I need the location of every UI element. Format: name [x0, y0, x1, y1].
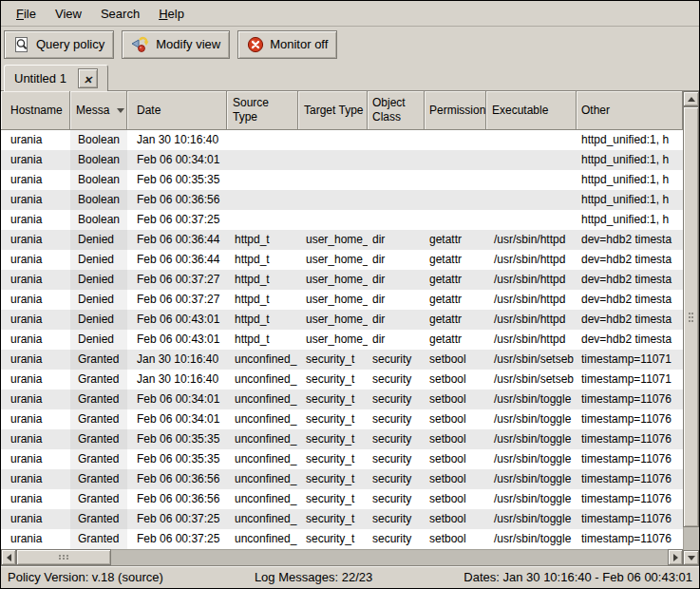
- cell-executable: /usr/sbin/httpd: [486, 330, 577, 350]
- log-row[interactable]: uraniaGrantedJan 30 10:16:40unconfined_s…: [1, 350, 683, 370]
- cell-executable: [486, 150, 577, 170]
- cell-permission: setbool: [425, 469, 486, 489]
- v-scrollbar: [683, 91, 699, 565]
- log-row[interactable]: uraniaGrantedFeb 06 00:34:01unconfined_s…: [1, 390, 683, 409]
- cell-permission: getattr: [425, 330, 486, 350]
- cell-hostname: urania: [1, 370, 70, 390]
- tab-untitled-1[interactable]: Untitled 1: [4, 65, 108, 91]
- cell-permission: [425, 210, 486, 230]
- cell-source_type: unconfined_: [227, 390, 298, 409]
- cell-date: Feb 06 00:37:27: [127, 270, 227, 290]
- cell-message: Granted: [70, 370, 127, 390]
- log-row[interactable]: uraniaBooleanFeb 06 00:37:25httpd_unifie…: [1, 210, 683, 230]
- column-header-label: Object Class: [372, 96, 421, 124]
- close-icon: [84, 70, 92, 87]
- log-row[interactable]: uraniaBooleanJan 30 10:16:40httpd_unifie…: [1, 130, 683, 150]
- cell-target_type: security_t: [298, 409, 368, 429]
- menubar: FileViewSearchHelp: [1, 1, 699, 27]
- cell-object_class: [368, 190, 425, 210]
- log-row[interactable]: uraniaGrantedFeb 06 00:36:56unconfined_s…: [1, 469, 683, 489]
- h-scroll-thumb[interactable]: [16, 549, 111, 565]
- cell-executable: /usr/sbin/httpd: [486, 230, 577, 250]
- cell-permission: setbool: [425, 429, 486, 449]
- column-header-object-class[interactable]: Object Class: [368, 91, 425, 130]
- log-row[interactable]: uraniaGrantedJan 30 10:16:40unconfined_s…: [1, 370, 683, 390]
- column-header-hostname[interactable]: Hostname: [1, 91, 70, 130]
- log-row[interactable]: uraniaDeniedFeb 06 00:37:27httpd_tuser_h…: [1, 270, 683, 290]
- cell-message: Denied: [70, 310, 127, 330]
- log-row[interactable]: uraniaDeniedFeb 06 00:36:44httpd_tuser_h…: [1, 250, 683, 270]
- column-header-executable[interactable]: Executable: [486, 91, 577, 130]
- query-policy-button[interactable]: Query policy: [4, 30, 114, 59]
- log-table: HostnameMessaDateSource TypeTarget TypeO…: [1, 90, 699, 565]
- cell-permission: getattr: [425, 250, 486, 270]
- cell-message: Granted: [70, 529, 127, 549]
- cell-other: dev=hdb2 timesta: [577, 310, 683, 330]
- cell-hostname: urania: [1, 330, 70, 350]
- monitor-off-icon: [247, 36, 264, 53]
- scroll-down-button[interactable]: [683, 550, 699, 565]
- cell-target_type: [298, 170, 368, 190]
- column-header-label: Messa: [76, 104, 109, 118]
- column-header-target-type[interactable]: Target Type: [298, 91, 368, 130]
- log-row[interactable]: uraniaDeniedFeb 06 00:37:27httpd_tuser_h…: [1, 290, 683, 310]
- cell-permission: getattr: [425, 290, 486, 310]
- v-scroll-thumb[interactable]: [683, 106, 699, 527]
- cell-other: dev=hdb2 timesta: [577, 270, 683, 290]
- cell-message: Denied: [70, 230, 127, 250]
- scroll-right-button[interactable]: [668, 549, 683, 565]
- cell-permission: setbool: [425, 390, 486, 409]
- cell-hostname: urania: [1, 310, 70, 330]
- menu-item-search[interactable]: Search: [91, 4, 149, 24]
- cell-date: Feb 06 00:34:01: [127, 390, 227, 409]
- cell-date: Feb 06 00:43:01: [127, 330, 227, 350]
- tab-close-button[interactable]: [78, 68, 98, 88]
- column-header-messa[interactable]: Messa: [70, 91, 127, 130]
- menu-item-file[interactable]: File: [7, 4, 46, 24]
- cell-hostname: urania: [1, 509, 70, 529]
- log-row[interactable]: uraniaBooleanFeb 06 00:35:35httpd_unifie…: [1, 170, 683, 190]
- column-header-label: Other: [581, 104, 610, 118]
- log-row[interactable]: uraniaDeniedFeb 06 00:43:01httpd_tuser_h…: [1, 310, 683, 330]
- scroll-left-button[interactable]: [1, 549, 16, 565]
- cell-message: Denied: [70, 270, 127, 290]
- column-header-source-type[interactable]: Source Type: [227, 91, 298, 130]
- column-header-other[interactable]: Other: [577, 91, 683, 130]
- cell-date: Feb 06 00:35:35: [127, 429, 227, 449]
- cell-source_type: httpd_t: [227, 250, 298, 270]
- menu-item-view[interactable]: View: [46, 4, 91, 24]
- cell-message: Boolean: [70, 190, 127, 210]
- menu-item-help[interactable]: Help: [149, 4, 194, 24]
- scroll-up-button[interactable]: [683, 91, 699, 106]
- table-header: HostnameMessaDateSource TypeTarget TypeO…: [1, 91, 683, 130]
- cell-object_class: [368, 130, 425, 150]
- log-row[interactable]: uraniaDeniedFeb 06 00:36:44httpd_tuser_h…: [1, 230, 683, 250]
- log-row[interactable]: uraniaGrantedFeb 06 00:35:35unconfined_s…: [1, 449, 683, 469]
- log-row[interactable]: uraniaGrantedFeb 06 00:37:25unconfined_s…: [1, 509, 683, 529]
- h-grip-icon: [59, 555, 61, 557]
- cell-target_type: user_home_: [298, 250, 368, 270]
- log-row[interactable]: uraniaGrantedFeb 06 00:36:56unconfined_s…: [1, 489, 683, 509]
- modify-view-button[interactable]: Modify view: [122, 30, 230, 59]
- log-row[interactable]: uraniaGrantedFeb 06 00:37:25unconfined_s…: [1, 529, 683, 549]
- cell-target_type: [298, 150, 368, 170]
- cell-other: httpd_unified:1, h: [577, 150, 683, 170]
- cell-message: Granted: [70, 429, 127, 449]
- log-row[interactable]: uraniaBooleanFeb 06 00:34:01httpd_unifie…: [1, 150, 683, 170]
- cell-target_type: security_t: [298, 489, 368, 509]
- monitor-off-button[interactable]: Monitor off: [237, 30, 337, 59]
- column-header-date[interactable]: Date: [127, 91, 227, 130]
- cell-date: Feb 06 00:36:56: [127, 190, 227, 210]
- cell-message: Denied: [70, 250, 127, 270]
- cell-object_class: [368, 150, 425, 170]
- log-messages-text: Log Messages: 22/23: [255, 570, 372, 584]
- log-row[interactable]: uraniaBooleanFeb 06 00:36:56httpd_unifie…: [1, 190, 683, 210]
- cell-other: dev=hdb2 timesta: [577, 290, 683, 310]
- log-row[interactable]: uraniaGrantedFeb 06 00:35:35unconfined_s…: [1, 429, 683, 449]
- column-header-permission[interactable]: Permission: [425, 91, 486, 130]
- up-arrow-icon: [688, 97, 695, 102]
- cell-executable: /usr/sbin/toggle: [486, 390, 577, 409]
- cell-date: Feb 06 00:36:56: [127, 469, 227, 489]
- log-row[interactable]: uraniaGrantedFeb 06 00:34:01unconfined_s…: [1, 409, 683, 429]
- log-row[interactable]: uraniaDeniedFeb 06 00:43:01httpd_tuser_h…: [1, 330, 683, 350]
